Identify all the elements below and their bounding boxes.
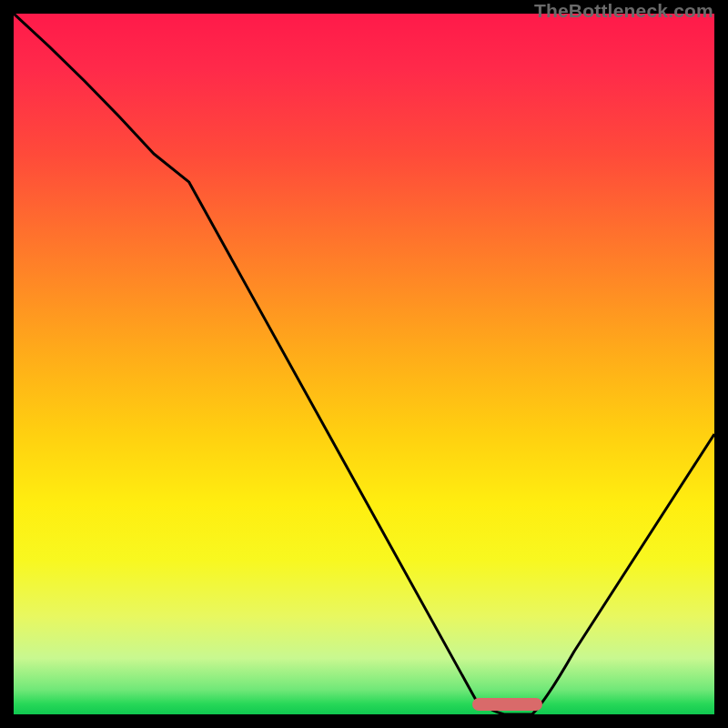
optimal-range-marker bbox=[472, 698, 542, 711]
chart-curve-svg bbox=[14, 14, 714, 714]
bottleneck-curve-path bbox=[14, 14, 714, 714]
watermark-text: TheBottleneck.com bbox=[534, 0, 713, 22]
chart-plot-area bbox=[14, 14, 714, 714]
